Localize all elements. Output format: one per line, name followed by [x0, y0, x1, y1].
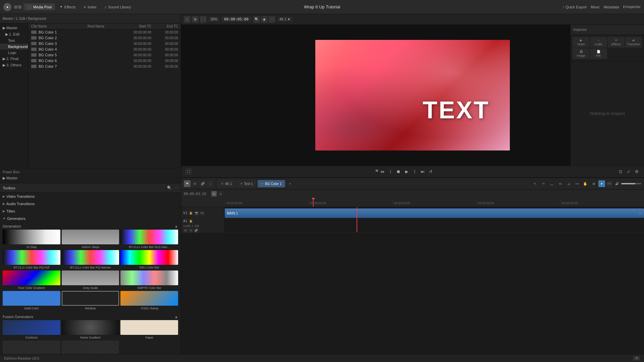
- track-audio-type-btn[interactable]: A: [218, 191, 223, 196]
- clip-row-6[interactable]: BG Color 7 00:00:00:00 00:00:00: [29, 64, 181, 69]
- volume-slider[interactable]: [621, 183, 641, 184]
- track-v1-fx-btn[interactable]: FX: [200, 211, 205, 216]
- play-btn[interactable]: ▶: [403, 168, 410, 175]
- razor-tool[interactable]: ⊿: [565, 180, 572, 187]
- fusion-gen-item-texture_background[interactable]: Texture Background: [62, 341, 119, 354]
- cut-tool[interactable]: ⚊: [548, 180, 555, 187]
- gen-item-bt.2111_color_bar_hlg_narr...[interactable]: BT.2111 Color Bar HLG Narr...: [120, 230, 178, 249]
- sidebar-master[interactable]: ▶ Master: [0, 25, 28, 31]
- gen-item-four_color_gradient[interactable]: Four Color Gradient: [3, 270, 60, 290]
- gen-item-100mv_steps[interactable]: 100mV Steps: [62, 230, 119, 249]
- track-a1-mute-btn[interactable]: M: [183, 228, 188, 233]
- generators-collapse-btn[interactable]: ▲: [174, 224, 178, 228]
- fullscreen-btn[interactable]: ⛶: [185, 168, 192, 175]
- marker-btn[interactable]: ◆: [261, 16, 268, 23]
- track-a1-solo-btn[interactable]: S: [189, 228, 193, 233]
- zoom-select[interactable]: 26%: [209, 17, 219, 22]
- nav-index[interactable]: ≡ Index: [80, 4, 100, 10]
- inspector-effects-tab[interactable]: ✦ Effects: [608, 37, 625, 48]
- nav-sound-library[interactable]: ♪ Sound Library: [101, 4, 135, 10]
- view-dual-btn[interactable]: ⊞: [192, 16, 199, 23]
- gen-item-ebu_color_bar[interactable]: EBU Color Bar: [120, 250, 178, 269]
- gen-item-bt.2111_color_bar_pq_narrow[interactable]: BT.2111 Color Bar PQ Narrow: [62, 250, 119, 269]
- inspector-video-tab[interactable]: ▶ Video: [573, 37, 589, 48]
- slip-tool[interactable]: ⇔: [556, 180, 564, 187]
- maximize-btn[interactable]: [18, 5, 21, 9]
- go-to-end-btn[interactable]: ⏭: [419, 168, 426, 175]
- timeline-link-btn[interactable]: 🔗: [199, 180, 206, 187]
- clip-row-1[interactable]: BG Color 2 00:00:00:00 00:00:00: [29, 35, 181, 41]
- resolution-select[interactable]: 4K 1 ▼: [277, 17, 292, 22]
- track-v1-camera-btn[interactable]: 📷: [194, 211, 199, 216]
- timeline-tab-text1[interactable]: ✕ Text 1: [237, 180, 257, 187]
- timeline-audio-btn[interactable]: ♪: [207, 180, 214, 187]
- timeline-tab-4k1-close[interactable]: ✕: [221, 182, 224, 185]
- gen-item-smpte_color_bar[interactable]: SMPTE Color Bar: [120, 270, 178, 290]
- gen-item-grey_scale[interactable]: Grey Scale: [62, 270, 119, 290]
- inspector-file-tab[interactable]: 📄 File: [590, 48, 607, 59]
- timeline-tab-bgcolor1[interactable]: ✕ BG Color 1: [258, 180, 285, 187]
- metadata-btn[interactable]: Metadata: [604, 5, 619, 9]
- nav-effects[interactable]: ✦ Effects: [56, 3, 79, 10]
- timeline-tab-4k1[interactable]: ✕ 4K 1: [218, 180, 235, 187]
- sidebar-others[interactable]: ▶ 3. Others: [0, 62, 28, 68]
- clip-main1[interactable]: MAIN 1 ⟩ ⟨: [225, 208, 644, 218]
- sidebar-background[interactable]: Background: [0, 44, 28, 50]
- track-a1-link-btn[interactable]: 🔗: [194, 228, 199, 233]
- workspace-switcher[interactable]: ⊞: [633, 356, 640, 361]
- settings-preview-btn[interactable]: ⚙: [633, 168, 640, 175]
- timeline-tab-text1-close[interactable]: ✕: [240, 182, 243, 185]
- fx-btn[interactable]: FX: [606, 180, 613, 187]
- toolbox-group-audio-transitions[interactable]: ▶ Audio Transitions: [0, 200, 181, 207]
- clip-row-2[interactable]: BG Color 3 00:00:00:00 00:00:00: [29, 41, 181, 47]
- timeline-tab-bgcolor1-close[interactable]: ✕: [261, 182, 264, 185]
- view-single-btn[interactable]: □: [184, 16, 191, 23]
- track-video-type-btn[interactable]: V: [211, 191, 217, 196]
- gen-item-solid_color[interactable]: Solid Color: [3, 291, 60, 310]
- power-bins-master[interactable]: ▶ Master: [3, 175, 178, 181]
- sidebar-edit[interactable]: ▶ 1. Edit: [0, 31, 28, 38]
- track-a1-lock-btn[interactable]: 🔒: [189, 219, 193, 224]
- fusion-gen-item-paper[interactable]: Paper: [120, 320, 178, 339]
- toolbox-search-icon[interactable]: 🔍: [167, 186, 172, 190]
- trim-tool[interactable]: ✂: [540, 180, 547, 187]
- inspector-audio-tab[interactable]: ♪ Audio: [590, 37, 607, 48]
- toolbox-options-icon[interactable]: ⋯: [174, 186, 178, 190]
- fusion-gen-item-noise_gradient[interactable]: Noise Gradient: [62, 320, 119, 339]
- fusion-generators-collapse-btn[interactable]: ▲: [174, 315, 178, 319]
- gen-item-window[interactable]: Window: [62, 291, 119, 310]
- loop-btn[interactable]: ↺: [427, 168, 434, 175]
- clip-expand-btn[interactable]: ⟩: [639, 212, 640, 215]
- minimize-btn[interactable]: [14, 5, 17, 9]
- gen-item-ycbcr_ramp[interactable]: YCbCr Ramp: [120, 291, 178, 310]
- mixer-btn[interactable]: Mixer: [591, 5, 600, 9]
- step-back-btn[interactable]: ⟨: [387, 168, 394, 175]
- stop-btn[interactable]: ⏹: [395, 168, 402, 175]
- timeline-flag-btn[interactable]: ⚑: [184, 180, 191, 187]
- timeline-snap-btn[interactable]: ⊕: [192, 180, 198, 187]
- fusion-gen-item-stickertagtoggle[interactable]: StickerTagToggle: [3, 341, 60, 354]
- clip-collapse-btn[interactable]: ⟨: [641, 212, 642, 215]
- select-tool[interactable]: ↖: [531, 180, 539, 187]
- toolbox-group-video-transitions[interactable]: ▶ Video Transitions: [0, 193, 181, 200]
- inspector-transition-tab[interactable]: ⇄ Transition: [625, 37, 642, 48]
- inspector-btn[interactable]: ℹ Inspector: [623, 5, 641, 9]
- preview-timecode-display[interactable]: 00:00:05:00: [221, 16, 251, 22]
- quick-export-btn[interactable]: ↑ Quick Export: [562, 5, 587, 9]
- track-v1-lock-btn[interactable]: 🔒: [189, 211, 193, 216]
- fullscreen-preview-btn[interactable]: ⤢: [625, 168, 632, 175]
- toolbox-group-titles[interactable]: ▶ Titles: [0, 207, 181, 215]
- nav-media-pool[interactable]: ⬛ Media Pool: [23, 3, 55, 10]
- hand-tool[interactable]: ✋: [582, 180, 589, 187]
- clip-row-0[interactable]: BG Color 1 00:00:00:00 00:00:00: [29, 29, 181, 35]
- gen-item-bt.2111_color_bar_pq_full[interactable]: BT.2111 Color Bar PQ Full: [3, 250, 60, 269]
- clip-row-4[interactable]: BG Color 5 00:00:00:00 00:00:00: [29, 52, 181, 58]
- step-forward-btn[interactable]: ⟩: [411, 168, 418, 175]
- sidebar-logo[interactable]: Logo: [0, 50, 28, 56]
- color-flag-btn[interactable]: ●: [598, 180, 605, 187]
- clip-row-3[interactable]: BG Color 4 00:00:00:00 00:00:00: [29, 47, 181, 52]
- zoom-timeline-btn[interactable]: ⊕: [590, 180, 597, 187]
- more-btn[interactable]: ⋯: [269, 16, 275, 23]
- track-select-tool[interactable]: ⊶: [573, 180, 581, 187]
- add-timeline-btn[interactable]: +: [286, 180, 294, 187]
